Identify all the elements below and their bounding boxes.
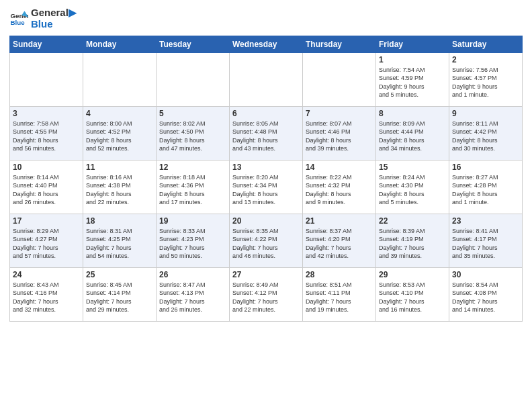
week-row-2: 3Sunrise: 7:58 AM Sunset: 4:55 PM Daylig…: [10, 106, 523, 160]
day-number: 8: [379, 109, 446, 118]
day-number: 4: [86, 109, 153, 118]
col-header-friday: Friday: [376, 36, 449, 52]
day-number: 1: [379, 55, 446, 64]
day-number: 7: [306, 109, 373, 118]
day-number: 13: [232, 163, 300, 172]
day-cell: [10, 52, 83, 106]
day-cell: [303, 52, 376, 106]
day-cell: [83, 52, 157, 106]
day-info: Sunrise: 8:47 AM Sunset: 4:13 PM Dayligh…: [159, 281, 226, 314]
day-number: 27: [232, 270, 300, 279]
day-cell: 15Sunrise: 8:24 AM Sunset: 4:30 PM Dayli…: [376, 160, 449, 214]
day-info: Sunrise: 8:39 AM Sunset: 4:19 PM Dayligh…: [379, 227, 446, 261]
day-info: Sunrise: 8:24 AM Sunset: 4:30 PM Dayligh…: [379, 173, 446, 207]
day-info: Sunrise: 8:45 AM Sunset: 4:14 PM Dayligh…: [86, 281, 153, 314]
day-cell: 25Sunrise: 8:45 AM Sunset: 4:14 PM Dayli…: [83, 267, 157, 321]
day-info: Sunrise: 7:58 AM Sunset: 4:55 PM Dayligh…: [13, 120, 80, 153]
day-number: 16: [452, 163, 519, 172]
page-container: General Blue General▶ Blue SundayMondayT…: [0, 0, 532, 328]
week-row-5: 24Sunrise: 8:43 AM Sunset: 4:16 PM Dayli…: [10, 267, 523, 321]
calendar-header-row: SundayMondayTuesdayWednesdayThursdayFrid…: [10, 36, 523, 52]
day-info: Sunrise: 8:22 AM Sunset: 4:32 PM Dayligh…: [306, 173, 373, 207]
day-cell: 4Sunrise: 8:00 AM Sunset: 4:52 PM Daylig…: [83, 106, 157, 160]
day-cell: 14Sunrise: 8:22 AM Sunset: 4:32 PM Dayli…: [303, 160, 376, 214]
day-number: 10: [13, 163, 80, 172]
logo-icon: General Blue: [9, 9, 28, 28]
day-number: 12: [159, 163, 226, 172]
day-number: 17: [13, 216, 80, 226]
day-cell: 10Sunrise: 8:14 AM Sunset: 4:40 PM Dayli…: [10, 160, 83, 214]
day-number: 26: [159, 270, 226, 279]
day-number: 15: [379, 163, 446, 172]
day-cell: 19Sunrise: 8:33 AM Sunset: 4:23 PM Dayli…: [157, 214, 230, 267]
day-number: 2: [452, 55, 519, 64]
day-info: Sunrise: 8:35 AM Sunset: 4:22 PM Dayligh…: [232, 227, 300, 261]
svg-text:Blue: Blue: [10, 19, 25, 26]
col-header-wednesday: Wednesday: [230, 36, 303, 52]
day-cell: [157, 52, 230, 106]
day-info: Sunrise: 8:49 AM Sunset: 4:12 PM Dayligh…: [232, 281, 300, 314]
day-cell: 8Sunrise: 8:09 AM Sunset: 4:44 PM Daylig…: [376, 106, 449, 160]
logo-blue: Blue: [31, 18, 77, 30]
day-number: 9: [452, 109, 519, 118]
day-info: Sunrise: 8:54 AM Sunset: 4:08 PM Dayligh…: [452, 281, 519, 314]
day-info: Sunrise: 8:20 AM Sunset: 4:34 PM Dayligh…: [232, 173, 300, 207]
day-number: 19: [159, 216, 226, 226]
day-info: Sunrise: 8:29 AM Sunset: 4:27 PM Dayligh…: [13, 227, 80, 261]
day-number: 14: [306, 163, 373, 172]
day-info: Sunrise: 8:51 AM Sunset: 4:11 PM Dayligh…: [306, 281, 373, 314]
day-cell: 29Sunrise: 8:53 AM Sunset: 4:10 PM Dayli…: [376, 267, 449, 321]
day-number: 11: [86, 163, 153, 172]
day-info: Sunrise: 8:14 AM Sunset: 4:40 PM Dayligh…: [13, 173, 80, 207]
day-number: 30: [452, 270, 519, 279]
day-cell: 21Sunrise: 8:37 AM Sunset: 4:20 PM Dayli…: [303, 214, 376, 267]
day-info: Sunrise: 8:37 AM Sunset: 4:20 PM Dayligh…: [306, 227, 373, 261]
header: General Blue General▶ Blue: [9, 7, 523, 30]
day-info: Sunrise: 7:54 AM Sunset: 4:59 PM Dayligh…: [379, 66, 446, 99]
day-cell: 30Sunrise: 8:54 AM Sunset: 4:08 PM Dayli…: [449, 267, 523, 321]
day-number: 18: [86, 216, 153, 226]
week-row-1: 1Sunrise: 7:54 AM Sunset: 4:59 PM Daylig…: [10, 52, 523, 106]
day-number: 24: [13, 270, 80, 279]
week-row-3: 10Sunrise: 8:14 AM Sunset: 4:40 PM Dayli…: [10, 160, 523, 214]
day-cell: 1Sunrise: 7:54 AM Sunset: 4:59 PM Daylig…: [376, 52, 449, 106]
day-number: 20: [232, 216, 300, 226]
day-info: Sunrise: 8:18 AM Sunset: 4:36 PM Dayligh…: [159, 173, 226, 207]
col-header-tuesday: Tuesday: [157, 36, 230, 52]
day-info: Sunrise: 8:07 AM Sunset: 4:46 PM Dayligh…: [306, 120, 373, 153]
day-info: Sunrise: 8:09 AM Sunset: 4:44 PM Dayligh…: [379, 120, 446, 153]
day-cell: 26Sunrise: 8:47 AM Sunset: 4:13 PM Dayli…: [157, 267, 230, 321]
day-cell: 23Sunrise: 8:41 AM Sunset: 4:17 PM Dayli…: [449, 214, 523, 267]
day-info: Sunrise: 8:11 AM Sunset: 4:42 PM Dayligh…: [452, 120, 519, 153]
day-cell: 27Sunrise: 8:49 AM Sunset: 4:12 PM Dayli…: [230, 267, 303, 321]
day-number: 21: [306, 216, 373, 226]
day-cell: 6Sunrise: 8:05 AM Sunset: 4:48 PM Daylig…: [230, 106, 303, 160]
col-header-sunday: Sunday: [10, 36, 83, 52]
day-cell: 17Sunrise: 8:29 AM Sunset: 4:27 PM Dayli…: [10, 214, 83, 267]
logo: General Blue General▶ Blue: [9, 7, 77, 30]
day-info: Sunrise: 8:02 AM Sunset: 4:50 PM Dayligh…: [159, 120, 226, 153]
day-cell: 12Sunrise: 8:18 AM Sunset: 4:36 PM Dayli…: [157, 160, 230, 214]
day-cell: [230, 52, 303, 106]
week-row-4: 17Sunrise: 8:29 AM Sunset: 4:27 PM Dayli…: [10, 214, 523, 267]
day-number: 6: [232, 109, 300, 118]
col-header-thursday: Thursday: [303, 36, 376, 52]
day-info: Sunrise: 8:53 AM Sunset: 4:10 PM Dayligh…: [379, 281, 446, 314]
day-info: Sunrise: 8:31 AM Sunset: 4:25 PM Dayligh…: [86, 227, 153, 261]
day-info: Sunrise: 8:16 AM Sunset: 4:38 PM Dayligh…: [86, 173, 153, 207]
day-cell: 18Sunrise: 8:31 AM Sunset: 4:25 PM Dayli…: [83, 214, 157, 267]
day-cell: 7Sunrise: 8:07 AM Sunset: 4:46 PM Daylig…: [303, 106, 376, 160]
day-cell: 16Sunrise: 8:27 AM Sunset: 4:28 PM Dayli…: [449, 160, 523, 214]
day-number: 3: [13, 109, 80, 118]
day-number: 25: [86, 270, 153, 279]
day-info: Sunrise: 8:43 AM Sunset: 4:16 PM Dayligh…: [13, 281, 80, 314]
day-number: 28: [306, 270, 373, 279]
day-info: Sunrise: 8:33 AM Sunset: 4:23 PM Dayligh…: [159, 227, 226, 261]
day-cell: 13Sunrise: 8:20 AM Sunset: 4:34 PM Dayli…: [230, 160, 303, 214]
day-number: 23: [452, 216, 519, 226]
day-cell: 9Sunrise: 8:11 AM Sunset: 4:42 PM Daylig…: [449, 106, 523, 160]
day-cell: 28Sunrise: 8:51 AM Sunset: 4:11 PM Dayli…: [303, 267, 376, 321]
day-cell: 2Sunrise: 7:56 AM Sunset: 4:57 PM Daylig…: [449, 52, 523, 106]
day-cell: 5Sunrise: 8:02 AM Sunset: 4:50 PM Daylig…: [157, 106, 230, 160]
col-header-monday: Monday: [83, 36, 157, 52]
